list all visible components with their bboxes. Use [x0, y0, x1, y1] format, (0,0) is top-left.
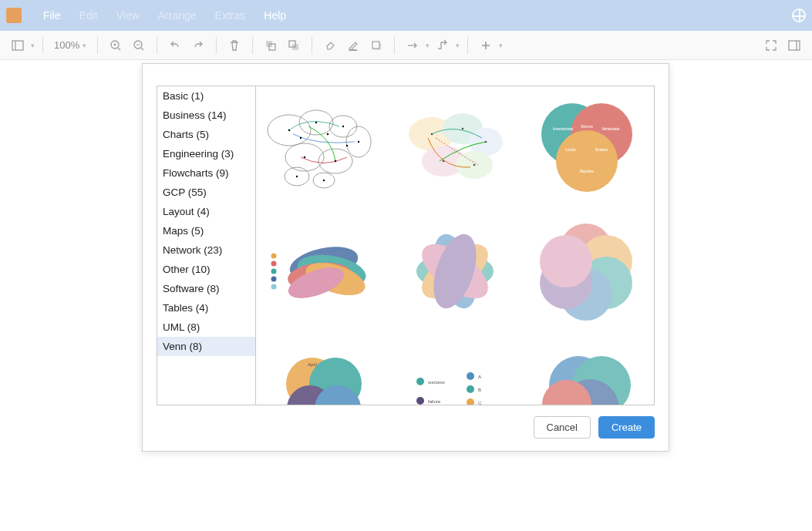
svg-text:Snakes: Snakes [595, 147, 608, 152]
svg-text:Vertebrate: Vertebrate [601, 126, 619, 131]
svg-text:Invertebrate: Invertebrate [553, 126, 574, 131]
svg-text:success: success [428, 380, 445, 385]
modal-overlay: Basic (1) Business (14) Charts (5) Engin… [0, 0, 812, 531]
svg-point-30 [342, 126, 344, 127]
cat-basic[interactable]: Basic (1) [157, 86, 255, 106]
svg-point-90 [467, 385, 474, 393]
dialog-buttons: Cancel Create [157, 405, 655, 439]
svg-point-60 [271, 269, 277, 274]
svg-text:A: A [478, 375, 481, 379]
svg-point-32 [304, 156, 305, 158]
template-thumbnails[interactable]: Invertebrate Vertebrate Reptiles Worms L… [256, 86, 654, 405]
svg-text:Limbs: Limbs [565, 147, 576, 152]
cat-layout[interactable]: Layout (4) [157, 202, 255, 221]
cat-charts[interactable]: Charts (5) [157, 125, 255, 144]
svg-point-34 [296, 176, 298, 177]
svg-text:Reptiles: Reptiles [580, 169, 595, 173]
svg-point-45 [462, 128, 464, 130]
svg-point-51 [556, 130, 618, 192]
svg-point-84 [416, 378, 424, 385]
cat-flowcharts[interactable]: Flowcharts (9) [157, 163, 255, 183]
svg-text:Worms: Worms [581, 124, 593, 129]
svg-point-61 [271, 277, 277, 282]
template-thumb[interactable] [262, 214, 386, 328]
cat-uml[interactable]: UML (8) [157, 318, 255, 337]
svg-text:April: April [308, 362, 317, 367]
template-dialog: Basic (1) Business (14) Charts (5) Engin… [142, 63, 669, 452]
template-thumb[interactable] [393, 214, 517, 328]
cat-software[interactable]: Software (8) [157, 279, 255, 298]
template-picker: Basic (1) Business (14) Charts (5) Engin… [157, 86, 655, 405]
template-thumb[interactable] [524, 336, 648, 405]
cat-maps[interactable]: Maps (5) [157, 221, 255, 240]
svg-point-28 [288, 129, 290, 131]
svg-text:B: B [478, 388, 481, 392]
svg-point-37 [327, 133, 329, 135]
svg-point-31 [358, 141, 359, 143]
svg-point-92 [467, 398, 474, 405]
svg-point-33 [335, 160, 336, 162]
cat-tables[interactable]: Tables (4) [157, 298, 255, 318]
cat-network[interactable]: Network (23) [157, 240, 255, 260]
template-thumb[interactable]: April [262, 336, 386, 405]
svg-point-78 [540, 235, 592, 287]
cat-business[interactable]: Business (14) [157, 106, 255, 125]
svg-point-62 [271, 284, 277, 290]
svg-point-58 [271, 254, 277, 259]
svg-point-86 [416, 397, 424, 405]
cat-engineering[interactable]: Engineering (3) [157, 144, 255, 163]
cancel-button[interactable]: Cancel [534, 416, 591, 439]
template-thumb[interactable] [393, 92, 517, 207]
svg-point-36 [300, 137, 302, 139]
svg-point-38 [346, 145, 348, 146]
svg-point-35 [323, 180, 325, 181]
template-thumb[interactable] [524, 214, 648, 328]
svg-point-29 [315, 122, 317, 123]
template-thumb[interactable] [262, 92, 386, 207]
svg-point-59 [271, 261, 277, 267]
svg-point-46 [485, 141, 487, 143]
cat-other[interactable]: Other (10) [157, 260, 255, 279]
svg-point-47 [443, 160, 445, 163]
cat-venn[interactable]: Venn (8) [157, 337, 255, 356]
svg-text:C: C [478, 401, 482, 405]
svg-point-88 [467, 372, 474, 380]
category-list: Basic (1) Business (14) Charts (5) Engin… [157, 86, 256, 405]
svg-point-48 [473, 164, 476, 166]
template-thumb[interactable]: success failure A B C [393, 336, 517, 405]
create-button[interactable]: Create [598, 416, 655, 439]
svg-text:failure: failure [428, 399, 441, 404]
svg-point-44 [431, 133, 433, 136]
cat-gcp[interactable]: GCP (55) [157, 183, 255, 202]
template-thumb[interactable]: Invertebrate Vertebrate Reptiles Worms L… [524, 92, 648, 207]
